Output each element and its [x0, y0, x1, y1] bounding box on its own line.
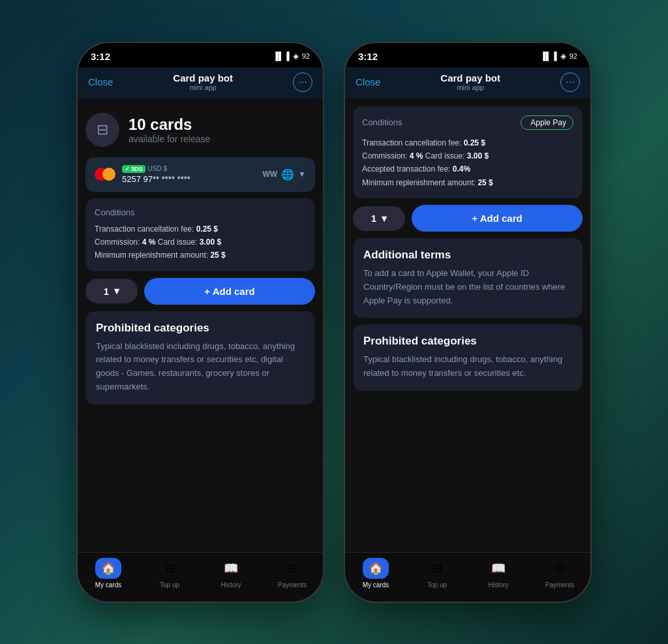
header-title-wrap-2: Card pay bot mini app — [440, 72, 500, 91]
region-badge: WW — [262, 170, 277, 179]
nav-history-1[interactable]: 📖 History — [200, 558, 262, 589]
checkmark-icon: ✓ — [125, 166, 130, 172]
prohibited-title-2: Prohibited categories — [363, 335, 572, 348]
add-card-row: 1 ▾ + Add card — [85, 278, 315, 305]
payments-icon-1: ⊟ — [279, 558, 305, 579]
card-item-left: ✓ 3DS USD $ 5257 97** **** **** — [95, 165, 190, 184]
signal-icon-2: ▐▌▐ — [540, 52, 557, 61]
nav-payments-1[interactable]: ⊟ Payments — [262, 558, 323, 589]
header-subtitle-1: mini app — [173, 84, 233, 91]
prohibited-title: Prohibited categories — [96, 322, 305, 335]
apple-pay-badge: Apple Pay — [521, 115, 573, 130]
nav-my-cards-2[interactable]: 🏠 My cards — [345, 558, 406, 589]
content-area-2: Conditions Apple Pay Transaction cancell… — [345, 99, 590, 552]
mc-orange-circle — [102, 168, 115, 181]
nav-top-up-label-1: Top up — [160, 581, 179, 589]
top-up-icon-2: ⊟ — [424, 558, 450, 579]
status-icons-2: ▐▌▐ ◈ 92 — [540, 52, 577, 61]
mastercard-icon — [95, 168, 115, 181]
phone-2: 3:12 ▐▌▐ ◈ 92 Close Card pay bot mini ap… — [344, 42, 592, 603]
card-item-right: WW 🌐 ▼ — [262, 168, 306, 181]
cards-header: ⊟ 10 cards available for release — [85, 106, 315, 151]
status-time-2: 3:12 — [358, 51, 378, 62]
globe-icon: 🌐 — [281, 168, 294, 181]
battery-2: 92 — [569, 52, 577, 60]
add-card-button[interactable]: + Add card — [144, 278, 315, 305]
dots-icon-1: ··· — [298, 76, 307, 88]
apple-pay-label: Apple Pay — [530, 118, 566, 127]
nav-top-up-2[interactable]: ⊟ Top up — [406, 558, 468, 589]
wifi-icon-1: ◈ — [293, 52, 299, 61]
status-bar-1: 3:12 ▐▌▐ ◈ 92 — [78, 43, 323, 67]
top-up-icon-1: ⊟ — [157, 558, 183, 579]
nav-my-cards-label-2: My cards — [363, 581, 389, 589]
badge-3ds: ✓ 3DS — [122, 165, 145, 173]
badge-usd: USD $ — [148, 165, 167, 172]
nav-top-up-label-2: Top up — [427, 581, 447, 589]
card-badges: ✓ 3DS USD $ 5257 97** **** **** — [122, 165, 190, 184]
status-time-1: 3:12 — [91, 51, 110, 62]
dots-icon-2: ··· — [566, 76, 574, 88]
conditions-row-3: Minimum replenishment amount: 25 $ — [95, 249, 306, 262]
header-title-wrap-1: Card pay bot mini app — [173, 72, 233, 91]
p2-conditions-row-2: Commission: 4 % Card issue: 3.00 $ — [362, 149, 573, 162]
add-card-button-2[interactable]: + Add card — [412, 205, 583, 232]
content-area-1: ⊟ 10 cards available for release — [78, 99, 323, 552]
quantity-value-2: 1 — [371, 213, 376, 224]
conditions-row-2: Commission: 4 % Card issue: 3.00 $ — [95, 236, 306, 249]
header-subtitle-2: mini app — [440, 84, 500, 91]
nav-payments-2[interactable]: ⊟ Payments — [529, 558, 590, 589]
close-button-1[interactable]: Close — [88, 76, 113, 87]
chevron-down-icon[interactable]: ▼ — [298, 170, 306, 179]
close-button-2[interactable]: Close — [356, 76, 380, 87]
scroll-area-1[interactable]: ⊟ 10 cards available for release — [78, 99, 323, 552]
nav-top-up-1[interactable]: ⊟ Top up — [139, 558, 200, 589]
quantity-chevron-icon: ▾ — [114, 285, 119, 297]
nav-payments-label-2: Payments — [545, 581, 574, 589]
conditions-row-1: Transaction cancellation fee: 0.25 $ — [95, 222, 306, 236]
app-header-2: Close Card pay bot mini app ··· — [345, 67, 590, 99]
cards-count: 10 cards — [129, 115, 210, 134]
battery-1: 92 — [302, 52, 310, 60]
nav-my-cards-1[interactable]: 🏠 My cards — [78, 558, 139, 589]
apple-pay-conditions: Conditions Apple Pay Transaction cancell… — [353, 106, 583, 199]
p2-conditions-title: Conditions — [362, 117, 402, 127]
card-symbol: ⊟ — [97, 121, 108, 138]
status-icons-1: ▐▌▐ ◈ 92 — [273, 52, 310, 61]
quantity-selector-2[interactable]: 1 ▾ — [353, 206, 405, 231]
prohibited-section-2: Prohibited categories Typical blackliste… — [353, 324, 583, 391]
menu-button-1[interactable]: ··· — [293, 72, 312, 92]
card-item[interactable]: ✓ 3DS USD $ 5257 97** **** **** WW 🌐 ▼ — [85, 157, 315, 192]
additional-terms-section: Additional terms To add a card to Apple … — [353, 238, 583, 318]
additional-terms-title: Additional terms — [363, 249, 572, 262]
nav-history-label-1: History — [220, 581, 241, 589]
bottom-nav-1: 🏠 My cards ⊟ Top up 📖 History ⊟ Payments — [78, 552, 323, 602]
cards-info: 10 cards available for release — [129, 115, 210, 144]
menu-button-2[interactable]: ··· — [560, 72, 580, 92]
card-number: 5257 97** **** **** — [122, 174, 190, 184]
prohibited-section: Prohibited categories Typical blackliste… — [85, 311, 315, 405]
quantity-selector[interactable]: 1 ▾ — [85, 279, 138, 303]
prohibited-text: Typical blacklisted including drugs, tob… — [96, 340, 305, 394]
p2-conditions-row-4: Minimum replenishment amount: 25 $ — [362, 176, 573, 189]
card-icon: ⊟ — [85, 113, 119, 147]
history-icon-1: 📖 — [218, 558, 244, 579]
phone-1: 3:12 ▐▌▐ ◈ 92 Close Card pay bot mini ap… — [76, 42, 324, 603]
header-title-2: Card pay bot — [440, 72, 500, 84]
signal-icon-1: ▐▌▐ — [273, 52, 290, 61]
nav-history-label-2: History — [488, 581, 508, 589]
conditions-title: Conditions — [95, 207, 306, 217]
nav-history-2[interactable]: 📖 History — [468, 558, 529, 589]
quantity-chevron-icon-2: ▾ — [382, 213, 387, 224]
my-cards-icon-1: 🏠 — [95, 558, 121, 579]
my-cards-icon-2: 🏠 — [363, 558, 389, 579]
cards-availability: available for release — [129, 134, 210, 144]
scroll-area-2[interactable]: Conditions Apple Pay Transaction cancell… — [345, 99, 590, 552]
prohibited-text-2: Typical blacklisted including drugs, tob… — [363, 353, 572, 380]
header-title-1: Card pay bot — [173, 72, 233, 84]
nav-my-cards-label-1: My cards — [95, 581, 122, 589]
quantity-value: 1 — [104, 286, 109, 297]
history-icon-2: 📖 — [485, 558, 511, 579]
p2-conditions-row-1: Transaction cancellation fee: 0.25 $ — [362, 136, 573, 149]
bottom-nav-2: 🏠 My cards ⊟ Top up 📖 History ⊟ Payments — [345, 552, 590, 602]
